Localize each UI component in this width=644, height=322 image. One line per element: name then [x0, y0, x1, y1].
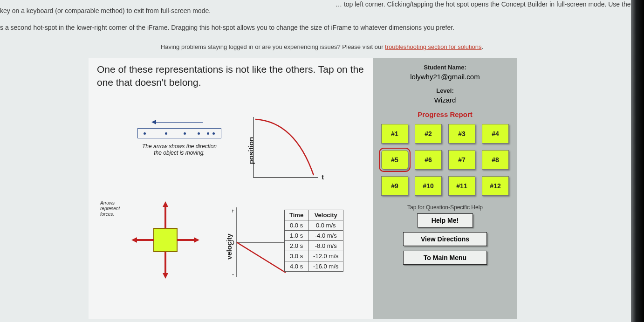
intro-fragment-1: … top left corner. Clicking/tapping the …	[336, 0, 630, 9]
main-menu-button[interactable]: To Main Menu	[403, 251, 487, 265]
cell-time: 1.0 s	[285, 231, 308, 241]
cell-time: 0.0 s	[285, 220, 308, 231]
table-row: 3.0 s-12.0 m/s	[285, 251, 343, 261]
rep-force-diagram[interactable]: Arrows represent forces.	[100, 200, 221, 284]
cell-velocity: -16.0 m/s	[308, 261, 343, 272]
question-cell-10[interactable]: #10	[415, 176, 442, 196]
progress-sidebar: Student Name: lolywhy21@gmail.com Level:…	[373, 58, 517, 319]
svg-rect-0	[154, 228, 177, 252]
svg-marker-8	[194, 237, 199, 243]
help-caption: Tap for Question-Specific Help	[379, 204, 511, 211]
question-cell-8[interactable]: #8	[482, 150, 509, 170]
question-cell-3[interactable]: #3	[448, 124, 475, 144]
level-label: Level:	[379, 87, 511, 94]
rep-dot-diagram[interactable]: The arrow shows the direction the object…	[137, 118, 231, 156]
table-row: 4.0 s-16.0 m/s	[285, 261, 343, 272]
cell-velocity: -4.0 m/s	[308, 231, 343, 241]
position-curve-icon	[253, 117, 318, 178]
level-value: Wizard	[379, 96, 511, 104]
question-cell-1[interactable]: #1	[381, 124, 408, 144]
motion-arrow-icon	[151, 118, 203, 126]
force-diagram-icon	[126, 200, 205, 280]
question-cell-12[interactable]: #12	[482, 176, 509, 196]
troubleshoot-link[interactable]: troubleshooting section for solutions	[385, 43, 481, 50]
cell-velocity: -12.0 m/s	[308, 251, 343, 261]
student-name-label: Student Name:	[379, 64, 511, 71]
dot-strip	[137, 128, 221, 138]
svg-line-12	[237, 242, 286, 273]
question-cell-5[interactable]: #5	[381, 150, 408, 170]
rep-position-graph[interactable]: position t	[240, 113, 324, 188]
velocity-table: Time Velocity 0.0 s0.0 m/s1.0 s-4.0 m/s2…	[284, 210, 343, 272]
table-row: 0.0 s0.0 m/s	[285, 220, 343, 231]
question-prompt: One of these representations is not like…	[97, 63, 364, 89]
view-directions-button[interactable]: View Directions	[403, 232, 487, 246]
question-cell-4[interactable]: #4	[482, 124, 509, 144]
force-caption: Arrows represent forces.	[100, 200, 128, 217]
troubleshoot-row: Having problems staying logged in or are…	[0, 43, 644, 50]
dot-caption: The arrow shows the direction the object…	[137, 143, 221, 156]
cell-time: 2.0 s	[285, 241, 308, 251]
question-cell-7[interactable]: #7	[448, 150, 475, 170]
vel-zero-label: 0	[232, 240, 234, 246]
activity-frame: One of these representations is not like…	[89, 58, 517, 319]
cell-velocity: -8.0 m/s	[308, 241, 343, 251]
question-cell-2[interactable]: #2	[415, 124, 442, 144]
question-grid: #1#2#3#4#5#6#7#8#9#10#11#12	[379, 124, 511, 196]
col-velocity: Velocity	[308, 210, 343, 220]
rep-data-table[interactable]: Time Velocity 0.0 s0.0 m/s1.0 s-4.0 m/s2…	[284, 210, 343, 272]
col-time: Time	[285, 210, 308, 220]
intro-fragment-2: key on a keyboard (or comparable method)…	[0, 7, 211, 16]
progress-title: Progress Report	[379, 110, 511, 118]
intro-fragment-3: s a second hot-spot in the lower-right c…	[0, 23, 454, 33]
velocity-graph-icon: + 0 - t	[232, 207, 293, 277]
svg-marker-2	[163, 201, 168, 207]
cell-velocity: 0.0 m/s	[308, 220, 343, 231]
question-cell-11[interactable]: #11	[448, 176, 475, 196]
vel-plus-label: +	[232, 208, 234, 214]
svg-marker-4	[163, 273, 168, 279]
table-row: 2.0 s-8.0 m/s	[285, 241, 343, 251]
troubleshoot-lead: Having problems staying logged in or are…	[161, 43, 385, 50]
svg-marker-6	[131, 237, 137, 243]
t-axis-label: t	[322, 173, 324, 181]
question-cell-6[interactable]: #6	[415, 150, 442, 170]
student-name-value: lolywhy21@gmail.com	[379, 73, 511, 81]
cell-time: 3.0 s	[285, 251, 308, 261]
help-button[interactable]: Help Me!	[417, 213, 473, 227]
troubleshoot-tail: .	[482, 43, 484, 50]
cell-time: 4.0 s	[285, 261, 308, 272]
question-area: One of these representations is not like…	[89, 58, 373, 94]
monitor-bezel	[631, 0, 644, 322]
table-row: 1.0 s-4.0 m/s	[285, 231, 343, 241]
vel-minus-label: -	[232, 271, 234, 277]
question-cell-9[interactable]: #9	[381, 176, 408, 196]
